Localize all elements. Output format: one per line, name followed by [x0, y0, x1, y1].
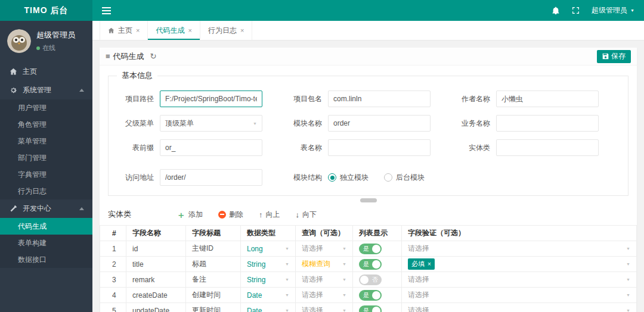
query-select[interactable]: 请选择▼ — [302, 244, 346, 254]
table-prefix-input[interactable] — [160, 139, 262, 156]
chevron-down-icon: ▼ — [626, 308, 630, 312]
tab-action-log[interactable]: 行为日志 × — [200, 21, 252, 40]
move-up-label: 向上 — [266, 210, 280, 220]
chevron-down-icon: ▼ — [285, 262, 289, 266]
field-name-cell: createDate — [126, 288, 186, 303]
sidebar-item-roles[interactable]: 角色管理 — [0, 116, 92, 133]
validation-select[interactable]: 必填▼ — [408, 258, 630, 270]
module-name-input[interactable] — [328, 115, 431, 132]
form-row: 访问地址 模块结构 独立模块 — [113, 169, 628, 186]
validation-select[interactable]: 请选择▼ — [408, 244, 630, 254]
chevron-down-icon: ▼ — [253, 121, 257, 126]
column-header-list-display: 列表显示 — [353, 226, 402, 241]
sidebar-item-code-generation[interactable]: 代码生成 — [0, 218, 92, 235]
tab-code-generation[interactable]: 代码生成 × — [148, 21, 200, 40]
table-row: 4 createDate 创建时间 Date▼ 请选择▼ 是 请选择▼ — [100, 288, 637, 303]
panel-body: 基本信息 项目路径 项目包名 — [100, 65, 637, 312]
sidebar-item-menus[interactable]: 菜单管理 — [0, 133, 92, 149]
column-header-field-name: 字段名称 — [126, 226, 186, 241]
move-up-button[interactable]: ↑ 向上 — [259, 210, 280, 220]
sidebar-item-action-log[interactable]: 行为日志 — [0, 183, 92, 199]
refresh-icon[interactable]: ↻ — [150, 52, 157, 61]
delete-row-button[interactable]: 删除 — [218, 210, 243, 220]
chevron-down-icon: ▼ — [285, 277, 289, 282]
radio-backend-module[interactable]: 后台模块 — [384, 173, 425, 183]
add-row-button[interactable]: ＋ 添加 — [177, 210, 203, 220]
close-icon[interactable]: × — [240, 27, 244, 34]
scrollbar-thumb[interactable] — [360, 198, 377, 202]
user-menu-label: 超级管理员 — [592, 5, 627, 15]
sidebar-item-home[interactable]: 主页 — [0, 63, 92, 81]
query-select[interactable]: 请选择▼ — [302, 274, 346, 285]
list-display-toggle[interactable]: 是 — [359, 290, 382, 301]
data-type-select[interactable]: String▼ — [247, 260, 289, 269]
list-display-toggle[interactable]: 是 — [359, 305, 382, 312]
user-menu[interactable]: 超级管理员 ▼ — [592, 5, 634, 15]
row-index: 3 — [100, 272, 126, 288]
hamburger-menu-icon[interactable] — [102, 0, 111, 21]
sidebar-item-users[interactable]: 用户管理 — [0, 99, 92, 116]
data-type-select[interactable]: String▼ — [247, 276, 289, 284]
query-select[interactable]: 请选择▼ — [302, 305, 346, 312]
validation-cell: 请选择▼ — [402, 303, 637, 312]
table-row: 5 updateDate 更新时间 Date▼ 请选择▼ 是 请选择▼ — [100, 303, 637, 312]
plus-icon: ＋ — [177, 210, 185, 219]
sidebar-item-data-api[interactable]: 数据接口 — [0, 251, 92, 268]
validation-select[interactable]: 请选择▼ — [408, 305, 630, 312]
field-table-name: 表名称 — [281, 139, 431, 156]
business-name-input[interactable] — [496, 115, 599, 132]
bell-icon[interactable] — [552, 7, 560, 15]
add-row-label: 添加 — [188, 210, 203, 220]
package-name-input[interactable] — [328, 91, 431, 107]
project-path-input[interactable] — [160, 91, 262, 107]
entity-class-input[interactable] — [496, 139, 599, 156]
selected-value: 顶级菜单 — [165, 118, 194, 129]
query-select[interactable]: 请选择▼ — [302, 290, 346, 300]
field-label: 访问地址 — [113, 173, 160, 183]
save-button-label: 保存 — [611, 51, 626, 61]
sidebar-group-system[interactable]: 系统管理 — [0, 81, 92, 99]
list-display-toggle[interactable]: 是 — [359, 244, 382, 254]
field-label: 业务名称 — [450, 118, 496, 129]
move-down-button[interactable]: ↓ 向下 — [296, 210, 317, 220]
radio-standalone-module[interactable]: 独立模块 — [328, 173, 369, 183]
parent-menu-select[interactable]: 顶级菜单 ▼ — [160, 115, 262, 132]
field-title-cell: 创建时间 — [186, 288, 241, 303]
validation-select[interactable]: 请选择▼ — [408, 290, 630, 300]
data-type-select[interactable]: Long▼ — [247, 245, 289, 253]
author-input[interactable] — [496, 91, 599, 107]
chevron-down-icon: ▼ — [285, 247, 289, 251]
sidebar-group-devcenter[interactable]: 开发中心 — [0, 199, 92, 218]
close-icon[interactable]: × — [188, 27, 191, 34]
validation-cell: 请选择▼ — [402, 241, 637, 257]
sidebar-item-form-builder[interactable]: 表单构建 — [0, 235, 92, 251]
required-tag[interactable]: 必填 — [408, 258, 435, 270]
field-entity-class: 实体类 — [450, 139, 599, 156]
access-url-input[interactable] — [160, 169, 262, 186]
query-cell: 请选择▼ — [296, 288, 353, 303]
panel-title: 代码生成 — [113, 51, 144, 62]
form-row: 项目路径 项目包名 作者名称 — [113, 91, 628, 107]
entity-section-title: 实体类 — [108, 209, 131, 220]
save-button[interactable]: 保存 — [597, 50, 631, 63]
list-display-toggle[interactable]: 否 — [359, 274, 382, 285]
data-type-select[interactable]: Date▼ — [247, 307, 289, 312]
validation-select[interactable]: 请选择▼ — [408, 274, 630, 285]
data-type-select[interactable]: Date▼ — [247, 291, 289, 299]
code-generation-panel: ≡ 代码生成 ↻ 保存 基本信息 项目 — [100, 48, 637, 312]
close-icon[interactable]: × — [136, 27, 140, 34]
home-icon — [10, 68, 17, 76]
sidebar-item-departments[interactable]: 部门管理 — [0, 149, 92, 166]
query-select[interactable]: 模糊查询▼ — [302, 259, 346, 269]
query-cell: 请选择▼ — [296, 303, 353, 312]
query-cell: 请选择▼ — [296, 272, 353, 288]
sidebar-item-dictionary[interactable]: 字典管理 — [0, 166, 92, 183]
table-name-input[interactable] — [328, 139, 431, 156]
column-header-index: # — [100, 226, 126, 241]
sidebar-nav: 主页 系统管理 用户管理 角色管理 菜单管理 部门管理 字典管理 行为日志 — [0, 63, 92, 268]
field-label: 作者名称 — [450, 94, 496, 104]
list-display-toggle[interactable]: 是 — [359, 259, 382, 270]
tab-home[interactable]: 主页 × — [100, 21, 148, 40]
fullscreen-icon[interactable] — [572, 7, 580, 14]
chevron-down-icon: ▼ — [626, 247, 630, 251]
